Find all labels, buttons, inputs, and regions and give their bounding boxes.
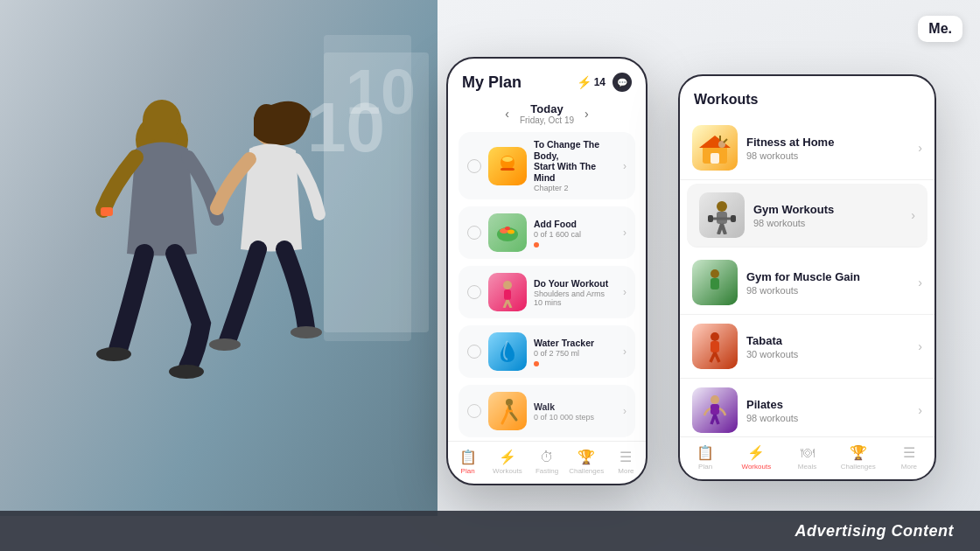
food-checkbox[interactable] (467, 226, 481, 240)
water-title: Water Tracker (534, 338, 616, 349)
right-more-icon: ☰ (903, 444, 915, 461)
lightning-icon: ⚡ (577, 75, 592, 89)
gym-arrow: › (911, 208, 915, 222)
workout-list: Fitness at Home 98 workouts › Gym Workou… (680, 116, 934, 436)
header-icons: ⚡ 14 💬 (577, 73, 632, 92)
workout-item-muscle[interactable]: Gym for Muscle Gain 98 workouts › (680, 251, 934, 315)
food-image (488, 213, 527, 252)
tabata-arrow: › (918, 339, 922, 353)
svg-line-43 (715, 415, 718, 424)
plan-item-food[interactable]: Add Food 0 of 1 600 cal › (458, 206, 635, 259)
muscle-thumb (692, 260, 738, 305)
right-phone-bottom-nav: 📋 Plan ⚡ Workouts 🍽 Meals 🏆 Challenges ☰… (680, 436, 934, 479)
svg-rect-24 (710, 153, 719, 164)
book-checkbox[interactable] (467, 159, 481, 173)
right-workouts-icon: ⚡ (747, 444, 765, 461)
svg-point-3 (143, 100, 181, 142)
svg-point-26 (717, 201, 727, 212)
workout-item-tabata[interactable]: Tabata 30 workouts › (680, 315, 934, 379)
right-nav-workouts[interactable]: ⚡ Workouts (731, 444, 781, 471)
svg-marker-23 (699, 136, 731, 148)
nav-workouts[interactable]: ⚡ Workouts (487, 449, 527, 475)
phone-left: My Plan ⚡ 14 💬 ‹ Today Friday, Oct 19 › … (446, 57, 648, 485)
svg-line-39 (715, 352, 719, 362)
banner-text: Advertising Content (794, 522, 954, 541)
workout-item-gym[interactable]: Gym Workouts 98 workouts › (687, 184, 928, 248)
right-challenges-icon: 🏆 (850, 444, 867, 461)
fasting-nav-label: Fasting (536, 467, 558, 475)
plan-nav-icon: 📋 (459, 449, 477, 465)
plan-items-list: To Change The Body,Start With The Mind C… (448, 132, 646, 441)
next-date-arrow[interactable]: › (584, 107, 589, 121)
prev-date-arrow[interactable]: ‹ (505, 107, 509, 121)
gym-name: Gym Workouts (753, 203, 902, 216)
right-nav-meals[interactable]: 🍽 Meals (781, 445, 832, 471)
walk-image (488, 392, 527, 430)
more-nav-icon: ☰ (620, 449, 632, 465)
walk-checkbox[interactable] (467, 404, 481, 418)
date-nav: ‹ Today Friday, Oct 19 › (448, 99, 646, 132)
phone-left-header: My Plan ⚡ 14 💬 (448, 59, 646, 99)
tabata-count: 30 workouts (746, 349, 909, 359)
book-arrow: › (623, 160, 626, 172)
svg-rect-18 (504, 289, 511, 300)
svg-rect-31 (731, 215, 736, 222)
plan-item-walk[interactable]: Walk 0 of 10 000 steps › (458, 385, 635, 437)
water-checkbox[interactable] (467, 345, 481, 359)
plan-item-book[interactable]: To Change The Body,Start With The Mind C… (458, 132, 635, 199)
home-arrow: › (918, 141, 922, 155)
nav-more[interactable]: ☰ More (606, 449, 646, 475)
svg-point-33 (710, 269, 719, 278)
svg-rect-34 (710, 278, 719, 289)
workout-checkbox[interactable] (467, 285, 481, 299)
challenges-nav-label: Challenges (569, 467, 604, 475)
background-photo: 10 10 (0, 0, 455, 516)
chat-icon[interactable]: 💬 (612, 73, 632, 92)
water-content: Water Tracker 0 of 2 750 ml (534, 338, 616, 367)
fasting-nav-icon: ⏱ (540, 450, 554, 465)
workout-item-pilates[interactable]: Pilates 98 workouts › (680, 379, 934, 436)
svg-point-4 (96, 347, 131, 361)
gym-info: Gym Workouts 98 workouts (753, 203, 902, 228)
svg-point-36 (710, 332, 719, 341)
right-plan-label: Plan (698, 463, 712, 471)
walk-content: Walk 0 of 10 000 steps (534, 401, 616, 422)
date-main: Today (520, 102, 574, 115)
me-badge: Me. (918, 16, 962, 42)
right-nav-challenges[interactable]: 🏆 Challenges (833, 444, 884, 471)
muscle-info: Gym for Muscle Gain 98 workouts (746, 270, 909, 296)
nav-fasting[interactable]: ⏱ Fasting (527, 450, 566, 475)
right-nav-more[interactable]: ☰ More (884, 444, 934, 471)
water-arrow: › (623, 345, 626, 358)
right-more-label: More (901, 463, 917, 471)
pilates-count: 98 workouts (746, 413, 909, 423)
plan-nav-label: Plan (461, 467, 475, 475)
walk-arrow: › (623, 405, 626, 417)
svg-point-12 (502, 157, 513, 162)
date-center: Today Friday, Oct 19 (520, 102, 574, 125)
right-challenges-label: Challenges (841, 463, 876, 471)
svg-point-16 (505, 227, 510, 230)
walk-sub: 0 of 10 000 steps (534, 413, 616, 422)
svg-rect-9 (101, 207, 113, 216)
svg-point-8 (290, 326, 322, 338)
workout-item-home[interactable]: Fitness at Home 98 workouts › (680, 116, 934, 180)
svg-rect-11 (500, 168, 514, 171)
bottom-banner: Advertising Content (0, 511, 980, 551)
home-info: Fitness at Home 98 workouts (746, 136, 909, 161)
water-sub: 0 of 2 750 ml (534, 349, 616, 358)
plan-item-workout[interactable]: Do Your Workout Shoulders and Arms10 min… (458, 266, 635, 318)
nav-plan[interactable]: 📋 Plan (448, 449, 487, 475)
pilates-info: Pilates 98 workouts (746, 398, 909, 423)
muscle-arrow: › (918, 276, 922, 289)
book-content: To Change The Body,Start With The Mind C… (534, 139, 616, 192)
svg-line-20 (508, 300, 511, 308)
svg-rect-37 (710, 341, 719, 352)
nav-challenges[interactable]: 🏆 Challenges (567, 449, 606, 475)
workout-image (488, 273, 527, 311)
workouts-nav-icon: ⚡ (499, 449, 516, 465)
plan-item-water[interactable]: Water Tracker 0 of 2 750 ml › (458, 325, 635, 378)
pilates-name: Pilates (746, 398, 909, 411)
workout-sub: Shoulders and Arms10 mins (534, 289, 616, 307)
right-nav-plan[interactable]: 📋 Plan (680, 444, 731, 471)
